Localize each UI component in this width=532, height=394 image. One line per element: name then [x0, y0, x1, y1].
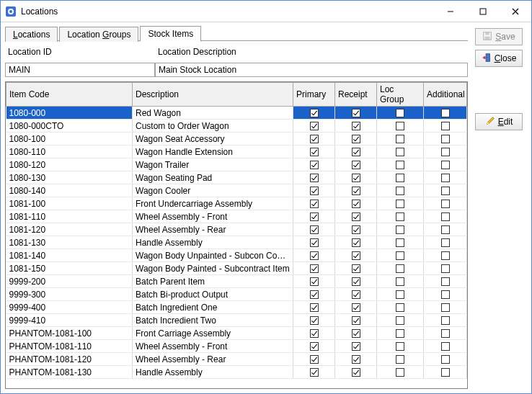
cell-additional[interactable] — [424, 133, 467, 145]
cell-additional[interactable] — [424, 236, 467, 249]
cell-item-code[interactable]: 1080-120 — [6, 158, 133, 171]
cell-primary[interactable] — [293, 314, 335, 327]
tab-stock-items[interactable]: Stock Items — [140, 26, 201, 42]
close-button[interactable]: Close — [475, 50, 523, 67]
cell-additional[interactable] — [424, 107, 467, 120]
cell-primary[interactable] — [293, 120, 335, 133]
cell-item-code[interactable]: 1081-130 — [6, 236, 133, 249]
cell-additional-checkbox[interactable] — [441, 200, 450, 208]
cell-primary-checkbox[interactable] — [310, 264, 319, 273]
cell-loc-group-checkbox[interactable] — [396, 225, 404, 234]
cell-additional-checkbox[interactable] — [441, 109, 450, 117]
cell-receipt[interactable] — [335, 107, 377, 120]
location-id-input[interactable] — [5, 63, 155, 77]
cell-primary[interactable] — [293, 301, 335, 314]
cell-loc-group-checkbox[interactable] — [396, 122, 404, 130]
table-row[interactable]: PHANTOM-1081-110Wheel Assembly - Front — [6, 340, 467, 353]
table-row[interactable]: 9999-400Batch Ingredient One — [6, 301, 467, 314]
cell-item-code[interactable]: 1080-000 — [6, 107, 133, 120]
maximize-button[interactable] — [466, 1, 499, 22]
cell-primary-checkbox[interactable] — [310, 109, 319, 117]
cell-loc-group[interactable] — [377, 249, 424, 262]
tab-location-groups[interactable]: Location Groups — [59, 27, 138, 42]
cell-receipt-checkbox[interactable] — [352, 277, 360, 286]
cell-primary-checkbox[interactable] — [310, 342, 319, 351]
cell-description[interactable]: Wagon Handle Extension — [133, 145, 293, 158]
cell-receipt[interactable] — [335, 301, 377, 314]
cell-description[interactable]: Wagon Cooler — [133, 184, 293, 197]
cell-description[interactable]: Batch Incredient Two — [133, 314, 293, 327]
col-header-description[interactable]: Description — [133, 83, 293, 107]
cell-description[interactable]: Batch Parent Item — [133, 275, 293, 288]
cell-description[interactable]: Wagon Trailer — [133, 158, 293, 171]
cell-receipt-checkbox[interactable] — [352, 329, 360, 338]
cell-description[interactable]: Wheel Assembly - Rear — [133, 353, 293, 366]
table-row[interactable]: 9999-200Batch Parent Item — [6, 275, 467, 288]
cell-additional[interactable] — [424, 340, 467, 353]
cell-primary[interactable] — [293, 107, 335, 120]
cell-description[interactable]: Custom to Order Wagon — [133, 120, 293, 133]
cell-receipt[interactable] — [335, 120, 377, 133]
cell-loc-group-checkbox[interactable] — [396, 277, 404, 286]
table-row[interactable]: 9999-410Batch Incredient Two — [6, 314, 467, 327]
cell-receipt[interactable] — [335, 145, 377, 158]
tab-locations[interactable]: Locations — [5, 27, 58, 42]
cell-additional[interactable] — [424, 171, 467, 184]
cell-primary-checkbox[interactable] — [310, 225, 319, 234]
cell-additional-checkbox[interactable] — [441, 212, 450, 221]
cell-primary[interactable] — [293, 340, 335, 353]
cell-receipt[interactable] — [335, 236, 377, 249]
stock-items-grid[interactable]: Item Code Description Primary Receipt Lo… — [5, 81, 468, 389]
cell-receipt[interactable] — [335, 223, 377, 236]
cell-description[interactable]: Batch Bi-product Output — [133, 288, 293, 301]
cell-loc-group-checkbox[interactable] — [396, 148, 404, 156]
cell-primary[interactable] — [293, 275, 335, 288]
cell-additional[interactable] — [424, 314, 467, 327]
cell-additional[interactable] — [424, 353, 467, 366]
cell-receipt[interactable] — [335, 327, 377, 340]
cell-primary[interactable] — [293, 353, 335, 366]
table-row[interactable]: 1080-140Wagon Cooler — [6, 184, 467, 197]
cell-description[interactable]: Wheel Assembly - Front — [133, 210, 293, 223]
cell-additional-checkbox[interactable] — [441, 277, 450, 286]
cell-loc-group[interactable] — [377, 301, 424, 314]
cell-receipt[interactable] — [335, 262, 377, 275]
cell-additional[interactable] — [424, 145, 467, 158]
cell-loc-group-checkbox[interactable] — [396, 161, 404, 169]
cell-item-code[interactable]: 1080-140 — [6, 184, 133, 197]
cell-item-code[interactable]: PHANTOM-1081-120 — [6, 353, 133, 366]
cell-receipt[interactable] — [335, 210, 377, 223]
cell-additional-checkbox[interactable] — [441, 238, 450, 247]
close-window-button[interactable] — [499, 1, 531, 22]
cell-loc-group[interactable] — [377, 314, 424, 327]
cell-additional[interactable] — [424, 288, 467, 301]
col-header-additional[interactable]: Additional — [424, 83, 467, 107]
cell-description[interactable]: Wheel Assembly - Front — [133, 340, 293, 353]
cell-loc-group[interactable] — [377, 327, 424, 340]
cell-loc-group[interactable] — [377, 120, 424, 133]
cell-loc-group-checkbox[interactable] — [396, 290, 404, 299]
table-row[interactable]: PHANTOM-1081-120Wheel Assembly - Rear — [6, 353, 467, 366]
cell-additional-checkbox[interactable] — [441, 187, 450, 195]
cell-additional-checkbox[interactable] — [441, 290, 450, 299]
cell-loc-group-checkbox[interactable] — [396, 238, 404, 247]
col-header-primary[interactable]: Primary — [293, 83, 335, 107]
cell-primary-checkbox[interactable] — [310, 212, 319, 221]
cell-primary[interactable] — [293, 197, 335, 210]
cell-primary-checkbox[interactable] — [310, 329, 319, 338]
cell-receipt-checkbox[interactable] — [352, 187, 360, 195]
cell-additional[interactable] — [424, 120, 467, 133]
table-row[interactable]: PHANTOM-1081-100Front Carriage Assembly — [6, 327, 467, 340]
cell-primary-checkbox[interactable] — [310, 355, 319, 364]
cell-additional-checkbox[interactable] — [441, 368, 450, 377]
cell-receipt-checkbox[interactable] — [352, 264, 360, 273]
cell-loc-group-checkbox[interactable] — [396, 303, 404, 312]
cell-additional[interactable] — [424, 197, 467, 210]
col-header-receipt[interactable]: Receipt — [335, 83, 377, 107]
cell-loc-group[interactable] — [377, 236, 424, 249]
cell-item-code[interactable]: 9999-410 — [6, 314, 133, 327]
cell-primary-checkbox[interactable] — [310, 148, 319, 156]
cell-item-code[interactable]: PHANTOM-1081-110 — [6, 340, 133, 353]
cell-description[interactable]: Wagon Seat Accessory — [133, 133, 293, 145]
cell-receipt[interactable] — [335, 249, 377, 262]
